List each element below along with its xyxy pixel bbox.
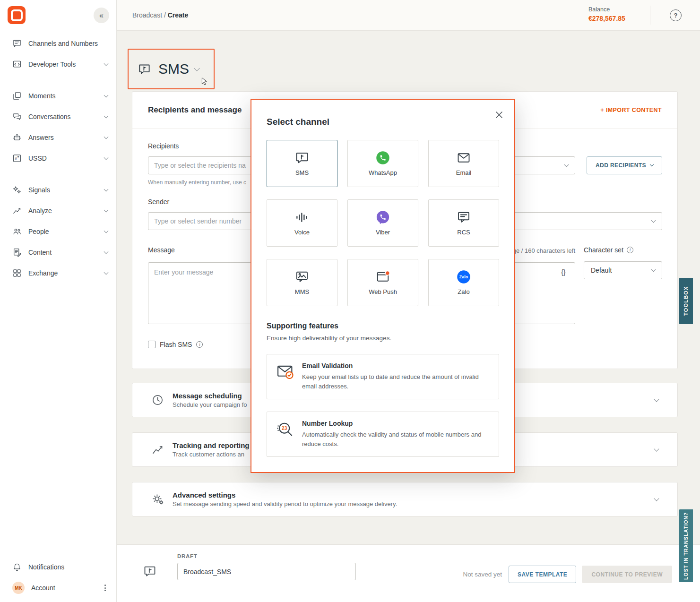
number-lookup-icon: 23 [277,421,294,438]
channel-card-whatsapp[interactable]: WhatsApp [347,140,418,187]
cursor-icon [199,76,209,86]
chevron-down-icon [104,207,109,212]
panel-title: Tracking and reporting [173,441,250,449]
sidebar-item-moments[interactable]: Moments [0,86,116,106]
sidebar-item-exchange[interactable]: Exchange [0,263,116,284]
header-divider [650,6,650,25]
sidebar-item-conversations[interactable]: Conversations [0,106,116,127]
sidebar-item-notifications[interactable]: Notifications [0,557,116,577]
character-set-label: Character set [584,246,623,254]
channel-label: Email [456,169,472,176]
sidebar-item-label: Channels and Numbers [28,40,108,47]
kebab-menu-icon[interactable] [103,583,108,593]
flash-sms-row: Flash SMS i [148,341,203,348]
feature-card-number-lookup[interactable]: 23 Number Lookup Automatically check the… [267,412,499,457]
zalo-icon: Zalo [457,270,471,284]
channel-card-viber[interactable]: Viber [347,199,418,247]
channel-card-voice[interactable]: Voice [267,199,337,247]
save-template-button[interactable]: SAVE TEMPLATE [509,566,576,583]
broadcast-name-input[interactable] [177,563,356,580]
channel-card-zalo[interactable]: Zalo Zalo [428,259,499,306]
help-button[interactable]: ? [670,9,682,21]
info-icon[interactable]: i [627,247,633,253]
sms-icon [295,151,309,165]
chart-icon [151,443,164,456]
lost-in-translation-tab[interactable]: LOST IN TRANSLATION? [679,509,693,582]
sidebar-item-account[interactable]: MK Account [0,577,116,598]
channel-card-web-push[interactable]: Web Push [347,259,418,306]
sidebar-item-channels-and-numbers[interactable]: Channels and Numbers [0,33,116,54]
svg-text:*: * [17,155,19,160]
sidebar-item-label: People [28,228,104,235]
conversations-icon [12,112,22,121]
infobip-logo[interactable] [8,6,26,24]
sidebar-item-label: Notifications [28,563,108,571]
channel-label: WhatsApp [369,169,397,176]
channel-label: Zalo [458,288,469,295]
sidebar-item-answers[interactable]: Answers [0,127,116,148]
sender-label: Sender [148,198,169,206]
sidebar-item-people[interactable]: People [0,221,116,242]
question-icon: ? [674,12,678,19]
answers-icon [12,133,22,142]
sidebar-item-developer-tools[interactable]: Developer Tools [0,54,116,75]
moments-icon [12,91,22,101]
breadcrumb-create: Create [168,11,189,19]
breadcrumb-broadcast[interactable]: Broadcast [132,11,162,19]
sidebar-item-label: Moments [28,92,104,100]
channel-card-mms[interactable]: MMS [267,259,337,306]
sidebar-item-label: USSD [28,155,104,162]
top-header: Broadcast / Create Balance €278,567.85 ? [117,0,700,31]
sidebar-item-signals[interactable]: Signals [0,180,116,200]
feature-title: Email Validation [302,362,489,370]
sidebar-bottom: Notifications MK Account [0,557,116,598]
recipients-hint: When manually entering number, use c [148,179,246,186]
people-icon [12,227,22,236]
channel-card-sms[interactable]: SMS [267,140,337,187]
chevron-down-icon [104,228,109,233]
voice-icon [295,210,309,224]
advanced-settings-panel[interactable]: Advanced settings Set message sending sp… [132,482,678,516]
footer-bar: DRAFT Not saved yet SAVE TEMPLATE CONTIN… [117,544,700,602]
placeholder-braces-button[interactable]: {} [556,266,571,278]
sidebar-item-label: Answers [28,134,104,141]
chevron-down-icon [104,113,109,118]
sidebar-collapse-button[interactable]: « [94,8,109,23]
signals-icon [12,185,22,195]
sms-bubble-icon [138,63,151,76]
channel-selector-dropdown[interactable]: SMS [128,49,215,89]
toolbox-tab[interactable]: TOOLBOX [679,278,693,324]
add-recipients-button[interactable]: ADD RECIPIENTS [587,156,662,174]
panel-title: Advanced settings [173,491,397,499]
balance-value: €278,567.85 [588,15,625,22]
close-icon[interactable] [494,110,504,120]
channel-label: Viber [376,229,390,236]
developer-tools-icon [12,60,22,69]
character-set-value: Default [591,267,612,274]
continue-to-preview-button[interactable]: CONTINUE TO PREVIEW [582,566,672,583]
import-content-link[interactable]: + IMPORT CONTENT [600,107,662,113]
channel-card-rcs[interactable]: RCS [428,199,499,247]
feature-card-email-validation[interactable]: Email Validation Keep your email lists u… [267,354,499,399]
message-label: Message [148,246,175,254]
info-icon[interactable]: i [196,341,203,348]
flash-sms-checkbox[interactable] [148,341,156,348]
exchange-icon [12,268,22,278]
chevron-down-icon [104,93,109,97]
chevron-down-icon [654,496,659,501]
supporting-features-title: Supporting features [267,322,499,330]
chevron-down-icon [104,61,109,66]
sidebar-item-ussd[interactable]: #* USSD [0,148,116,169]
sidebar-item-content[interactable]: Content [0,242,116,263]
panel-subtitle: Schedule your campaign fo [173,401,247,408]
chevron-down-icon [651,267,656,272]
svg-text:Zalo: Zalo [459,275,468,279]
flash-sms-label: Flash SMS [160,341,192,348]
channel-card-email[interactable]: Email [428,140,499,187]
sidebar-item-label: Developer Tools [28,60,104,68]
rcs-icon [457,210,471,224]
character-set-select[interactable]: Default [584,261,662,279]
recipients-label: Recipients [148,142,179,150]
footer-actions: Not saved yet SAVE TEMPLATE CONTINUE TO … [463,566,672,583]
sidebar-item-analyze[interactable]: Analyze [0,200,116,221]
